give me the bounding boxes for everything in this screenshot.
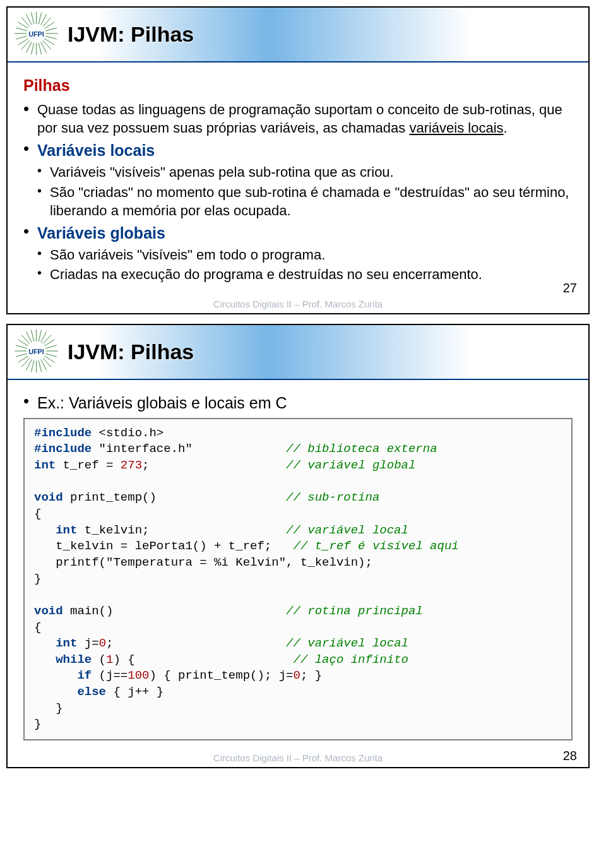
- heading-variaveis-globais: Variáveis globais: [37, 224, 165, 242]
- bullet-variaveis-globais: Variáveis globais São variáveis "visívei…: [23, 223, 573, 284]
- page-number: 28: [563, 749, 577, 763]
- section-heading-pilhas: Pilhas: [23, 75, 573, 97]
- svg-text:UFPI: UFPI: [28, 348, 44, 355]
- slide-footer: Circuitos Digitais II – Prof. Marcos Zur…: [8, 750, 588, 767]
- slide-27: UFPI IJVM: Pilhas Pilhas Quase todas as …: [6, 6, 590, 314]
- intro-text: Ex.: Variáveis globais e locais em C: [37, 394, 287, 412]
- sub-bullet: São variáveis "visíveis" em todo o progr…: [37, 246, 573, 265]
- code-block: #include <stdio.h> #include "interface.h…: [23, 418, 573, 740]
- slide-body: Pilhas Quase todas as linguagens de prog…: [8, 62, 588, 296]
- sub-bullet: São "criadas" no momento que sub-rotina …: [37, 183, 573, 220]
- slide-title: IJVM: Pilhas: [68, 340, 194, 364]
- ufpi-logo-icon: UFPI: [13, 328, 60, 374]
- slide-footer: Circuitos Digitais II – Prof. Marcos Zur…: [8, 296, 588, 313]
- heading-variaveis-locais: Variáveis locais: [37, 141, 155, 159]
- intro-bullet: Ex.: Variáveis globais e locais em C: [23, 393, 573, 414]
- slide-28: UFPI IJVM: Pilhas Ex.: Variáveis globais…: [6, 324, 590, 768]
- slide-header: UFPI IJVM: Pilhas: [8, 8, 588, 62]
- bullet-intro: Quase todas as linguagens de programação…: [23, 100, 573, 138]
- bullet-end: .: [504, 120, 508, 136]
- bullet-variaveis-locais: Variáveis locais Variáveis "visíveis" ap…: [23, 140, 573, 220]
- slide-body: Ex.: Variáveis globais e locais em C #in…: [8, 380, 588, 750]
- sub-bullet: Variáveis "visíveis" apenas pela sub-rot…: [37, 163, 573, 182]
- sub-bullet: Criadas na execução do programa e destru…: [37, 265, 573, 284]
- slide-title: IJVM: Pilhas: [68, 22, 194, 47]
- footer-text: Circuitos Digitais II – Prof. Marcos Zur…: [213, 752, 383, 763]
- bullet-underline: variáveis locais: [409, 120, 503, 136]
- slide-header: UFPI IJVM: Pilhas: [8, 325, 588, 380]
- ufpi-logo-icon: UFPI: [13, 11, 60, 56]
- page-number: 27: [563, 281, 577, 295]
- svg-text:UFPI: UFPI: [28, 30, 44, 38]
- footer-text: Circuitos Digitais II – Prof. Marcos Zur…: [213, 299, 383, 309]
